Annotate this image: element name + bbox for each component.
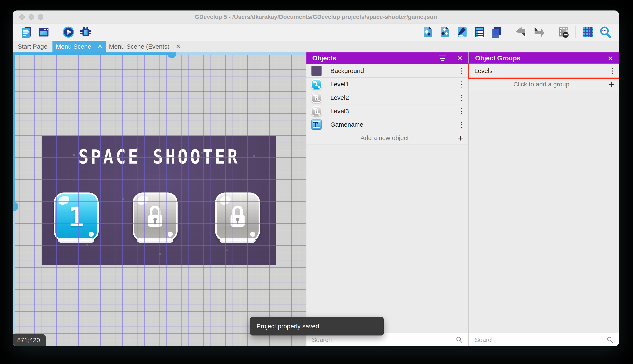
- lock-icon: [227, 205, 248, 228]
- toggle-grid-button[interactable]: [581, 25, 595, 39]
- play-button[interactable]: [62, 25, 75, 39]
- undo-icon: [515, 26, 527, 38]
- scene-background-instance[interactable]: SPACE SHOOTER 1: [42, 136, 276, 265]
- open-properties-button[interactable]: [455, 25, 469, 39]
- gdevelop-window: GDevelop 5 - /Users/dkarakay/Documents/G…: [13, 10, 619, 346]
- object-row-gamename[interactable]: Tx Gamename ⋮: [306, 118, 468, 131]
- toolbar-separator: [551, 26, 551, 38]
- toggle-mask-button[interactable]: [557, 25, 570, 39]
- horizontal-scrollbar-handle[interactable]: [167, 52, 176, 58]
- button-base: [137, 238, 173, 242]
- object-menu-button[interactable]: ⋮: [458, 120, 463, 129]
- objects-search-input[interactable]: [312, 336, 455, 344]
- lock-icon: [314, 94, 319, 101]
- save-toast: Project properly saved: [250, 317, 384, 336]
- search-icon: [455, 336, 463, 344]
- scene-game-title[interactable]: SPACE SHOOTER: [42, 146, 276, 168]
- scene-properties-button[interactable]: [37, 25, 50, 39]
- close-window-button[interactable]: [19, 14, 25, 20]
- icon-number: 1: [315, 81, 319, 88]
- object-row-level1[interactable]: 1 Level1 ⋮: [306, 78, 468, 91]
- object-menu-button[interactable]: ⋮: [458, 66, 463, 75]
- open-instances-list-button[interactable]: [473, 25, 486, 39]
- minimize-window-button[interactable]: [29, 14, 34, 20]
- window-title: GDevelop 5 - /Users/dkarakay/Documents/G…: [195, 14, 437, 20]
- cursor-coordinates: 871;420: [13, 334, 46, 346]
- tab-start-page[interactable]: Start Page: [13, 41, 53, 52]
- groups-panel-empty-space: [469, 91, 619, 333]
- add-object-label: Add a new object: [311, 134, 458, 142]
- redo-button[interactable]: [532, 25, 545, 39]
- macos-traffic-lights: [19, 10, 43, 23]
- object-name: Gamename: [330, 121, 458, 128]
- titlebar: GDevelop 5 - /Users/dkarakay/Documents/G…: [13, 10, 619, 24]
- object-menu-button[interactable]: ⋮: [458, 80, 463, 89]
- object-menu-button[interactable]: ⋮: [458, 107, 463, 116]
- project-manager-button[interactable]: [20, 25, 33, 39]
- undo-button[interactable]: [515, 25, 528, 39]
- layers-icon: [490, 26, 503, 38]
- level2-button-instance[interactable]: [133, 192, 178, 241]
- object-groups-panel: Object Groups ✕ Levels ⋮ Click to add a …: [469, 52, 619, 346]
- add-group-row[interactable]: Click to add a group +: [469, 78, 619, 91]
- toolbar: 1:1: [13, 24, 619, 41]
- text-object-icon: Tx: [311, 120, 322, 130]
- screenshot-stage: GDevelop 5 - /Users/dkarakay/Documents/G…: [0, 0, 633, 364]
- tab-label: Menu Scene: [56, 43, 91, 50]
- vertical-scrollbar[interactable]: [13, 52, 15, 346]
- open-objects-editor-button[interactable]: [421, 25, 434, 39]
- group-row-levels[interactable]: Levels ⋮: [469, 64, 619, 78]
- objects-panel-header: Objects ✕: [306, 52, 468, 64]
- object-name: Background: [330, 67, 458, 74]
- tab-menu-scene[interactable]: Menu Scene ✕: [53, 41, 106, 52]
- close-tab-icon[interactable]: ✕: [176, 44, 181, 50]
- group-menu-button[interactable]: ⋮: [609, 66, 614, 75]
- debug-button[interactable]: [79, 25, 92, 39]
- vertical-scrollbar-handle[interactable]: [13, 202, 18, 211]
- button-base: [219, 238, 256, 242]
- lock-icon: [145, 205, 165, 228]
- project-manager-icon: [20, 26, 33, 38]
- scene-window-icon: [38, 26, 50, 38]
- close-panel-icon[interactable]: ✕: [457, 55, 463, 62]
- open-layers-editor-button[interactable]: [490, 25, 503, 39]
- groups-search-input[interactable]: [475, 336, 606, 344]
- plus-icon[interactable]: +: [458, 133, 463, 143]
- zoom-1-1-button[interactable]: 1:1: [598, 25, 612, 39]
- level2-object-icon: [311, 93, 322, 103]
- add-new-object-row[interactable]: Add a new object +: [306, 131, 468, 145]
- objects-panel-title: Objects: [312, 54, 439, 62]
- tab-label: Menu Scene (Events): [109, 43, 169, 50]
- horizontal-scrollbar-thumb[interactable]: [13, 52, 172, 55]
- search-icon: [606, 336, 614, 344]
- object-name: Level3: [330, 108, 458, 115]
- object-menu-button[interactable]: ⋮: [458, 93, 463, 102]
- horizontal-scrollbar[interactable]: [13, 52, 306, 55]
- close-tab-icon[interactable]: ✕: [97, 44, 102, 50]
- open-object-groups-editor-button[interactable]: [438, 25, 452, 39]
- plus-icon[interactable]: +: [608, 80, 614, 89]
- level1-button-instance[interactable]: 1: [54, 192, 99, 241]
- object-row-background[interactable]: Background ⋮: [306, 64, 468, 78]
- object-groups-panel-header: Object Groups ✕: [469, 52, 619, 64]
- svg-text:1:1: 1:1: [602, 29, 607, 33]
- filter-icon[interactable]: [439, 56, 446, 61]
- object-row-level3[interactable]: Level3 ⋮: [306, 104, 468, 118]
- toolbar-separator: [56, 26, 56, 38]
- close-panel-icon[interactable]: ✕: [607, 55, 613, 62]
- window-mask-icon: [557, 26, 569, 38]
- zoom-window-button[interactable]: [38, 14, 43, 20]
- objects-panel-empty-space: [306, 145, 468, 333]
- tab-menu-scene-events[interactable]: Menu Scene (Events) ✕: [106, 41, 184, 52]
- scene-stars: [42, 136, 43, 136]
- button-base: [58, 238, 94, 242]
- vertical-scrollbar-thumb[interactable]: [13, 52, 15, 206]
- object-row-level2[interactable]: Level2 ⋮: [306, 91, 468, 104]
- objects-panel: Objects ✕ Background ⋮ 1 Level1 ⋮: [306, 52, 468, 346]
- object-groups-panel-title: Object Groups: [475, 54, 607, 62]
- tab-label: Start Page: [18, 43, 48, 50]
- object-groups-editor-icon: [439, 26, 451, 38]
- toolbar-separator: [575, 26, 576, 38]
- level3-button-instance[interactable]: [215, 192, 260, 241]
- scene-editor-canvas[interactable]: SPACE SHOOTER 1: [13, 52, 306, 346]
